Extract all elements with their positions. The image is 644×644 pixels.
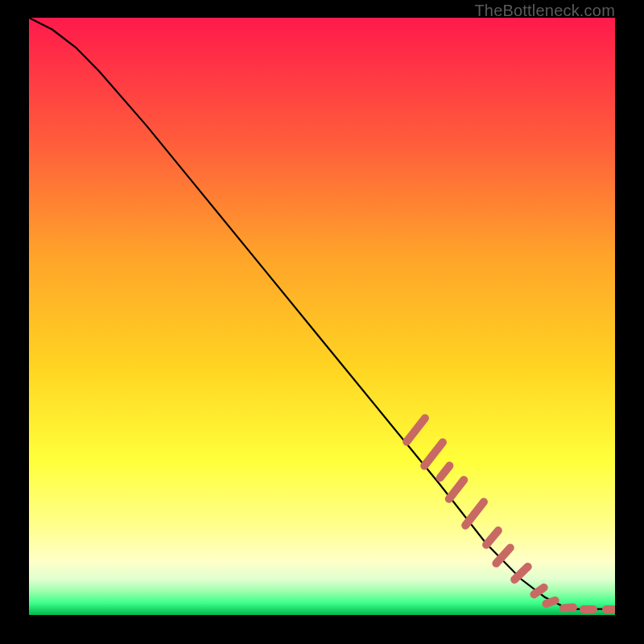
outer-frame: TheBottleneck.com: [0, 0, 644, 644]
highlight-dash: [580, 605, 597, 613]
highlight-dash: [602, 605, 615, 613]
bottleneck-curve: [29, 18, 615, 615]
plot-area: [29, 18, 615, 615]
